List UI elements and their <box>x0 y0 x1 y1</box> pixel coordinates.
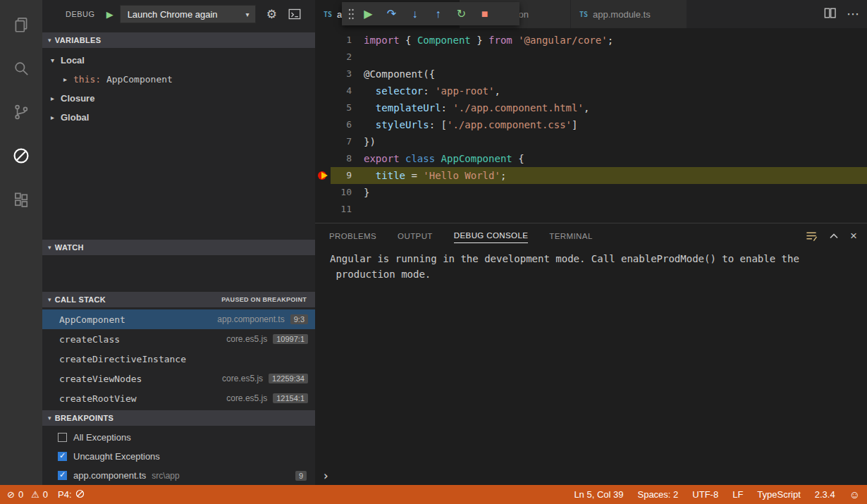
current-breakpoint-icon[interactable] <box>315 167 331 184</box>
code-text: styleUrls: ['./app.component.css'] <box>352 116 867 133</box>
callstack-section-header[interactable]: ▾ CALL STACK PAUSED ON BREAKPOINT <box>42 292 315 307</box>
breakpoint-gutter[interactable] <box>315 201 331 218</box>
breakpoint-gutter[interactable] <box>315 32 331 49</box>
scm-status[interactable]: P4: <box>58 489 85 500</box>
breakpoint-checkbox[interactable] <box>58 452 67 461</box>
breakpoint-checkbox[interactable] <box>58 433 67 442</box>
open-debug-console-icon[interactable] <box>288 8 302 20</box>
section-twisty-icon: ▾ <box>48 37 51 44</box>
panel-tab-terminal[interactable]: TERMINAL <box>549 229 592 243</box>
breakpoint-gutter[interactable] <box>315 66 331 82</box>
breakpoints-section-header[interactable]: ▾ BREAKPOINTS <box>42 410 315 426</box>
code-line[interactable]: 5 templateUrl: './app.component.html', <box>315 99 867 116</box>
eol-sequence[interactable]: LF <box>732 489 743 500</box>
warnings-icon: ⚠ <box>31 489 39 500</box>
code-line[interactable]: 3@Component({ <box>315 66 867 82</box>
breakpoint-line-badge: 9 <box>295 471 307 481</box>
close-panel-icon[interactable]: × <box>850 229 857 243</box>
launch-config-select[interactable]: Launch Chrome again ▾ <box>120 5 256 23</box>
code-text <box>352 201 867 218</box>
status-bar: ⊘ 0 ⚠ 0 P4: Ln 5, Col 39 Spaces: 2 UTF-8… <box>0 485 867 504</box>
code-line[interactable]: 2 <box>315 49 867 66</box>
editor-tab-app.module.ts[interactable]: TSapp.module.ts <box>571 0 687 28</box>
breakpoint-gutter[interactable] <box>315 150 331 167</box>
step-over-button[interactable]: ↷ <box>380 2 403 25</box>
panel-tab-output[interactable]: OUTPUT <box>398 229 433 243</box>
continue-button[interactable]: ▶ <box>357 2 380 25</box>
panel-tab-debug-console[interactable]: DEBUG CONSOLE <box>454 228 529 243</box>
breakpoints-body: All ExceptionsUncaught Exceptionsapp.com… <box>42 426 315 485</box>
code-editor[interactable]: 1import { Component } from '@angular/cor… <box>315 28 867 223</box>
frame-name: createClass <box>59 334 120 345</box>
line-number: 8 <box>331 150 352 167</box>
callstack-section-label: CALL STACK <box>55 295 106 304</box>
editor-actions: ⋯ <box>823 0 860 28</box>
debug-console-output: Angular is running in the development mo… <box>315 248 851 467</box>
encoding[interactable]: UTF-8 <box>692 489 718 500</box>
scope-row[interactable]: ▾Local <box>42 51 315 70</box>
panel-tab-problems[interactable]: PROBLEMS <box>329 229 376 243</box>
language-mode[interactable]: TypeScript <box>757 489 800 500</box>
collapse-panel-icon[interactable] <box>828 231 840 242</box>
activity-source-control-icon[interactable] <box>0 90 42 134</box>
code-line[interactable]: 9 title = 'Hello World'; <box>315 167 867 184</box>
problems-status[interactable]: ⊘ 0 ⚠ 0 <box>7 489 48 500</box>
perforce-icon <box>75 489 85 500</box>
stack-frame-row[interactable]: createClasscore.es5.js10997:1 <box>42 329 315 349</box>
cursor-position[interactable]: Ln 5, Col 39 <box>574 489 623 500</box>
breakpoint-path: src\app <box>152 471 179 481</box>
variable-row[interactable]: ▸this: AppComponent <box>42 70 315 89</box>
watch-section-header[interactable]: ▾ WATCH <box>42 240 315 255</box>
stop-button[interactable]: ■ <box>473 2 496 25</box>
start-debugging-button[interactable]: ▶ <box>106 9 113 20</box>
indentation[interactable]: Spaces: 2 <box>637 489 678 500</box>
code-line[interactable]: 4 selector: 'app-root', <box>315 82 867 99</box>
breakpoint-gutter[interactable] <box>315 99 331 116</box>
toolbar-drag-handle-icon[interactable] <box>345 5 357 23</box>
stack-frame-row[interactable]: createViewNodescore.es5.js12259:34 <box>42 369 315 388</box>
line-number: 11 <box>331 201 352 218</box>
breakpoint-gutter[interactable] <box>315 116 331 133</box>
breakpoint-gutter[interactable] <box>315 184 331 201</box>
more-actions-icon[interactable]: ⋯ <box>847 6 860 22</box>
scope-row[interactable]: ▸Closure <box>42 89 315 108</box>
breakpoint-row[interactable]: All Exceptions <box>42 428 315 447</box>
stack-frame-row[interactable]: createDirectiveInstance <box>42 349 315 369</box>
status-bar-left: ⊘ 0 ⚠ 0 P4: <box>7 489 85 500</box>
step-into-button[interactable]: ↓ <box>403 2 426 25</box>
debug-console-input[interactable]: › <box>315 467 867 485</box>
debug-sidebar-header: DEBUG ▶ Launch Chrome again ▾ ⚙ <box>42 0 315 28</box>
code-line[interactable]: 11 <box>315 201 867 218</box>
breakpoint-gutter[interactable] <box>315 82 331 99</box>
scope-row[interactable]: ▸Global <box>42 108 315 127</box>
code-line[interactable]: 8export class AppComponent { <box>315 150 867 167</box>
breakpoint-gutter[interactable] <box>315 49 331 66</box>
code-line[interactable]: 7}) <box>315 133 867 150</box>
watch-body <box>42 255 315 292</box>
variables-section-label: VARIABLES <box>55 36 101 44</box>
gear-icon[interactable]: ⚙ <box>266 7 277 22</box>
step-out-button[interactable]: ↑ <box>426 2 450 25</box>
activity-extensions-icon[interactable] <box>0 178 42 221</box>
variables-section-header[interactable]: ▾ VARIABLES <box>42 32 315 48</box>
callstack-body: AppComponentapp.component.ts9:3createCla… <box>42 307 315 410</box>
activity-debug-icon[interactable] <box>0 134 42 178</box>
code-line[interactable]: 10} <box>315 184 867 201</box>
code-text: }) <box>352 133 867 150</box>
clear-console-icon[interactable] <box>805 230 818 242</box>
restart-button[interactable]: ↻ <box>450 2 473 25</box>
activity-search-icon[interactable] <box>0 47 42 90</box>
stack-frame-row[interactable]: createRootViewcore.es5.js12154:1 <box>42 388 315 408</box>
typescript-version[interactable]: 2.3.4 <box>815 489 835 500</box>
breakpoint-gutter[interactable] <box>315 133 331 150</box>
breakpoint-row[interactable]: app.component.tssrc\app9 <box>42 466 315 485</box>
feedback-smiley-icon[interactable]: ☺ <box>849 488 860 500</box>
split-editor-icon[interactable] <box>823 6 837 23</box>
code-line[interactable]: 1import { Component } from '@angular/cor… <box>315 32 867 49</box>
breakpoint-row[interactable]: Uncaught Exceptions <box>42 447 315 466</box>
twisty-icon: ▾ <box>51 56 61 64</box>
breakpoint-checkbox[interactable] <box>58 471 67 480</box>
activity-explorer-icon[interactable] <box>0 3 42 47</box>
stack-frame-row[interactable]: AppComponentapp.component.ts9:3 <box>42 309 315 329</box>
code-line[interactable]: 6 styleUrls: ['./app.component.css'] <box>315 116 867 133</box>
